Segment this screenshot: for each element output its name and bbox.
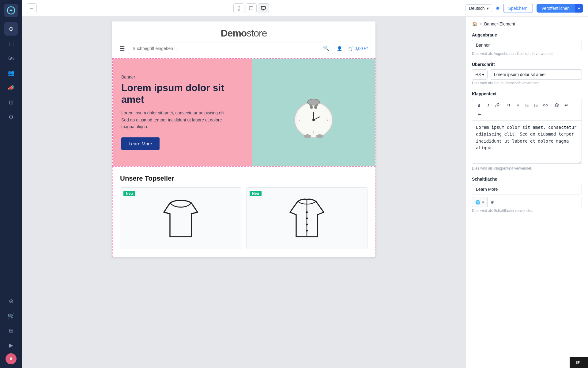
publish-button[interactable]: Veröffentlichen xyxy=(537,4,575,13)
sync-indicator xyxy=(496,6,499,10)
learn-more-button[interactable]: Learn More xyxy=(121,137,160,150)
rte-sep-2 xyxy=(551,102,551,108)
breadcrumb-current: Banner-Element xyxy=(484,21,515,26)
banner-title: Lorem ipsum dolor sit amet xyxy=(121,82,244,105)
arrow-icon: ▶ xyxy=(9,342,13,349)
sidebar-item-dashboard[interactable]: ⊙ xyxy=(4,22,18,36)
banner-left: Banner Lorem ipsum dolor sit amet Lorem … xyxy=(113,59,252,166)
main-area: ← Deutsch ▾ Speichern Veröffentlichen ▾ xyxy=(22,0,588,368)
store-nav-right: 👤 🛒 0,00 €* xyxy=(337,46,368,51)
sidebar-item-extensions[interactable]: ⊡ xyxy=(4,96,18,109)
settings-icon: ⚙ xyxy=(9,114,13,121)
marketing-icon: 📣 xyxy=(8,84,14,91)
rte-sep-1 xyxy=(503,102,503,108)
augenbraue-input[interactable] xyxy=(472,40,582,50)
svg-text:6: 6 xyxy=(313,131,314,134)
svg-point-31 xyxy=(534,105,535,105)
cart-icon-nav[interactable]: 🛒 0,00 €* xyxy=(348,46,368,51)
user-icon[interactable]: 👤 xyxy=(337,46,342,51)
schaltflaeche-label: Schaltfläche xyxy=(472,177,582,182)
ueberschrift-input[interactable] xyxy=(490,69,582,80)
svg-text:3: 3 xyxy=(327,118,328,121)
products-icon: 🛍 xyxy=(8,55,14,62)
banner-eyebrow: Banner xyxy=(121,75,244,79)
sidebar-logo[interactable] xyxy=(4,4,18,17)
store-logo: Demostore xyxy=(221,28,267,39)
toolbar: ← Deutsch ▾ Speichern Veröffentlichen ▾ xyxy=(22,0,588,17)
sidebar-item-products[interactable]: 🛍 xyxy=(4,52,18,65)
url-prefix-button[interactable]: 🌐 ▾ xyxy=(472,197,488,207)
svg-point-30 xyxy=(534,104,535,105)
hamburger-menu[interactable]: ☰ xyxy=(119,45,125,52)
rte-heading-button[interactable]: H xyxy=(504,101,513,109)
rte-ol-button[interactable] xyxy=(523,101,531,109)
sidebar-item-arrow[interactable]: ▶ xyxy=(4,339,18,352)
back-button[interactable]: ← xyxy=(27,3,37,13)
device-mobile-button[interactable] xyxy=(233,3,244,13)
schaltflaeche-hint: Dies wird als Schaltfläche verwendet. xyxy=(472,209,582,213)
publish-group: Veröffentlichen ▾ xyxy=(537,4,583,13)
product-card-2[interactable]: Neu xyxy=(246,187,368,249)
rte-url-button[interactable] xyxy=(541,101,550,109)
url-input[interactable] xyxy=(488,197,582,207)
publish-dropdown-button[interactable]: ▾ xyxy=(575,4,583,13)
sidebar-item-customers[interactable]: 👥 xyxy=(4,66,18,80)
store-logo-light: store xyxy=(247,28,267,39)
cart-icon: 🛒 xyxy=(8,312,14,319)
symfony-bar[interactable]: SF xyxy=(570,357,588,368)
klappentext-textarea[interactable]: Lorem ipsum dolor sit amet, consectetur … xyxy=(472,121,582,164)
product-card-1[interactable]: Neu xyxy=(120,187,241,249)
rte-clear-button[interactable] xyxy=(552,101,561,109)
symfony-icon: SF xyxy=(574,359,583,366)
content-area: Demostore ☰ 🔍 👤 🛒 0,00 €* xyxy=(22,17,588,368)
svg-text:9: 9 xyxy=(299,118,300,121)
heading-level-select[interactable]: H3 ▾ xyxy=(472,69,488,80)
svg-point-17 xyxy=(312,119,315,121)
layout-icon: ⬚ xyxy=(9,40,14,47)
rte-link-button[interactable] xyxy=(493,101,502,109)
rte-italic-button[interactable]: I xyxy=(484,101,492,109)
language-select[interactable]: Deutsch ▾ xyxy=(466,4,492,12)
schaltflaeche-input[interactable] xyxy=(472,184,582,194)
device-buttons xyxy=(233,3,269,13)
rte-undo-button[interactable]: ↩ xyxy=(562,101,570,109)
device-tablet-button[interactable] xyxy=(246,3,257,13)
ueberschrift-section: Überschrift H3 ▾ Dies wird als Hauptüber… xyxy=(472,62,582,85)
clock-image: 12 6 9 3 xyxy=(289,86,338,138)
augenbraue-section: Augenbraue Dies wird als Augenbrauen-Übe… xyxy=(472,33,582,56)
extensions-icon: ⊡ xyxy=(9,99,13,106)
search-input[interactable] xyxy=(133,46,321,51)
store-nav: ☰ 🔍 👤 🛒 0,00 €* xyxy=(119,43,368,54)
dashboard-icon: ⊙ xyxy=(9,25,13,32)
sidebar-item-cart[interactable]: 🛒 xyxy=(4,309,18,323)
sidebar-item-marketing[interactable]: 📣 xyxy=(4,81,18,94)
klappentext-label: Klappentext xyxy=(472,91,582,96)
augenbraue-label: Augenbraue xyxy=(472,33,582,37)
canvas: Demostore ☰ 🔍 👤 🛒 0,00 €* xyxy=(22,17,466,368)
store-header: Demostore ☰ 🔍 👤 🛒 0,00 €* xyxy=(112,21,375,58)
sidebar-item-settings[interactable]: ⚙ xyxy=(4,110,18,124)
heading-chevron-icon: ▾ xyxy=(482,72,484,77)
banner-right: 12 6 9 3 xyxy=(252,59,375,166)
topseller-title: Unsere Topseller xyxy=(120,174,368,182)
search-bar[interactable]: 🔍 xyxy=(129,43,333,54)
device-desktop-button[interactable] xyxy=(258,3,269,13)
rte-ul-button[interactable] xyxy=(532,101,541,109)
sidebar-item-add[interactable]: ⊕ xyxy=(4,294,18,308)
banner-section[interactable]: Banner Lorem ipsum dolor sit amet Lorem … xyxy=(112,58,375,167)
svg-point-10 xyxy=(307,99,320,105)
svg-point-23 xyxy=(306,230,308,232)
save-button[interactable]: Speichern xyxy=(503,4,533,13)
rte-align-button[interactable]: ≡ xyxy=(514,101,522,109)
heading-level-label: H3 xyxy=(475,72,481,77)
rte-bold-button[interactable]: B xyxy=(475,101,483,109)
sidebar-item-grid[interactable]: ⊞ xyxy=(4,324,18,337)
store-logo-bold: Demo xyxy=(221,28,247,39)
breadcrumb-home[interactable]: 🏠 xyxy=(472,21,477,26)
rte-redo-button[interactable]: ↪ xyxy=(475,110,483,119)
avatar[interactable]: A xyxy=(6,353,17,364)
svg-point-19 xyxy=(316,134,323,138)
breadcrumb: 🏠 > Banner-Element xyxy=(472,21,582,26)
sidebar-item-layout[interactable]: ⬚ xyxy=(4,37,18,50)
schaltflaeche-section: Schaltfläche 🌐 ▾ Dies wird als Schaltflä… xyxy=(472,177,582,213)
